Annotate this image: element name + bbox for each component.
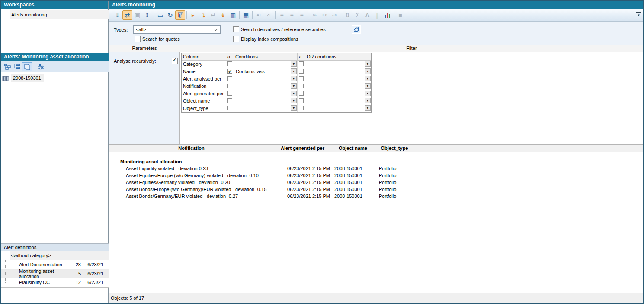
align-left-icon[interactable]: ≡ [277, 10, 287, 20]
analyse-icon[interactable]: ▥ [228, 10, 238, 20]
and-checkbox[interactable] [227, 91, 232, 96]
condition-dropdown-button[interactable]: ▼ [291, 76, 297, 81]
stop-icon[interactable]: ■ [395, 10, 405, 20]
result-notification: Asset Equities/Germany violated - deviat… [109, 179, 274, 186]
sum-icon[interactable]: Σ [352, 10, 362, 20]
results-header-object-name[interactable]: Object name [331, 145, 375, 152]
export-layout-icon[interactable]: ⇓ [112, 10, 122, 20]
checkbox-box[interactable] [135, 36, 141, 42]
results-group-header[interactable]: Monitoring asset allocation [109, 158, 643, 165]
condition-dropdown-button[interactable]: ▼ [291, 105, 297, 111]
execute-search-button[interactable] [352, 25, 361, 34]
sort-az-icon[interactable]: A↓ [254, 10, 264, 20]
condition-dropdown-button[interactable]: ▼ [291, 98, 297, 103]
align-right-icon[interactable]: ≡ [297, 10, 307, 20]
definition-count: 12 [68, 280, 81, 285]
or-dropdown-button[interactable]: ▼ [365, 76, 371, 81]
result-object-type: Portfolio [375, 179, 414, 186]
or-dropdown-button[interactable]: ▼ [365, 98, 371, 103]
alert-definition-row-selected[interactable]: Monitoring asset allocation 5 6/23/21 [1, 269, 109, 278]
toolbar-separator [186, 11, 187, 19]
and-checkbox-2[interactable] [299, 76, 304, 81]
condition-dropdown-button[interactable]: ▼ [291, 61, 297, 67]
and-checkbox-2[interactable] [299, 84, 304, 88]
results-header: Notification Alert generated per Object … [109, 145, 643, 152]
header-or-conditions[interactable]: OR conditions [305, 53, 371, 60]
and-checkbox[interactable] [227, 69, 232, 74]
main-title: Alerts monitoring [112, 2, 155, 8]
search-derivatives-checkbox[interactable]: Search derivatives / reference securitie… [233, 26, 326, 32]
condition-dropdown-button[interactable]: ▼ [291, 68, 297, 74]
fit-columns-icon[interactable]: ⇄ [122, 10, 132, 20]
and-checkbox-2[interactable] [299, 91, 304, 96]
result-generated: 06/23/2021 2:15 PM [274, 172, 331, 179]
types-select[interactable]: <all> [133, 25, 221, 34]
results-header-generated[interactable]: Alert generated per [274, 145, 331, 152]
or-dropdown-button[interactable]: ▼ [365, 68, 371, 74]
align-center-icon[interactable]: ≡ [287, 10, 297, 20]
result-row[interactable]: Asset Liquidity violated - deviation 0.2… [109, 165, 643, 172]
condition-dropdown-button[interactable]: ▼ [291, 91, 297, 96]
search-quotes-checkbox[interactable]: Search for quotes [135, 36, 180, 42]
and-checkbox[interactable] [227, 76, 232, 81]
header-conditions[interactable]: Conditions [234, 53, 298, 60]
toolbar-overflow-button[interactable]: ▾ [636, 12, 641, 18]
and-checkbox[interactable] [227, 84, 232, 88]
alert-definition-row[interactable]: Plausibility CC 12 6/23/21 [1, 278, 109, 287]
value-filter-icon[interactable]: ⇅ [343, 10, 352, 20]
result-row[interactable]: Asset Bonds/Germany/EUR violated - devia… [109, 193, 643, 200]
sort-za-icon[interactable]: Z↓ [264, 10, 274, 20]
copy-icon[interactable]: ▣ [132, 10, 142, 20]
checkbox-box[interactable] [233, 36, 239, 42]
or-dropdown-button[interactable]: ▼ [365, 83, 371, 89]
funnel-icon [177, 12, 183, 18]
result-row[interactable]: Asset Bonds/Europe (w/o Germany)/EUR vio… [109, 186, 643, 193]
or-dropdown-button[interactable]: ▼ [365, 91, 371, 96]
and-checkbox-2[interactable] [299, 69, 304, 74]
list-view-button[interactable] [12, 62, 22, 71]
header-column[interactable]: Column [182, 53, 226, 60]
record-next-icon[interactable]: ↴ [198, 10, 208, 20]
and-checkbox-2[interactable] [299, 61, 304, 66]
and-checkbox[interactable] [227, 98, 232, 103]
alert-definitions-category-row[interactable]: <without category> [1, 251, 109, 260]
record-insert-icon[interactable]: ⇟ [218, 10, 228, 20]
refresh-icon[interactable]: ↻ [165, 10, 175, 20]
and-checkbox-2[interactable] [299, 106, 304, 110]
checkbox-box[interactable] [233, 26, 239, 32]
settings-sliders-button[interactable] [36, 62, 46, 71]
decimal-add-icon[interactable]: +.0 [320, 10, 330, 20]
and-checkbox[interactable] [227, 61, 232, 66]
fit-rows-icon[interactable]: ⇕ [142, 10, 152, 20]
results-header-notification[interactable]: Notification [109, 145, 274, 152]
condition-row-alert-generated: Alert generated per ▼ ▼ [182, 90, 371, 97]
decimal-remove-icon[interactable]: -.0 [330, 10, 340, 20]
record-first-icon[interactable]: ▸ [188, 10, 198, 20]
analyse-recursively-row: Analyse recursively: [114, 58, 178, 64]
and-checkbox-2[interactable] [299, 98, 304, 103]
and-checkbox[interactable] [227, 106, 232, 110]
columns-icon[interactable]: ▦ [241, 10, 251, 20]
tree-view-button[interactable] [2, 62, 12, 71]
percent-icon[interactable]: % [310, 10, 320, 20]
results-header-object-type[interactable]: Object_type [375, 145, 414, 152]
workspace-item-alerts-monitoring[interactable]: Alerts monitoring [1, 10, 109, 19]
pages-view-button[interactable] [22, 62, 32, 71]
result-row[interactable]: Asset Equities/Europe (w/o Germany) viol… [109, 172, 643, 179]
new-window-icon[interactable]: ▭ [155, 10, 165, 20]
portfolio-tree-item[interactable]: 2008-150301 [1, 74, 109, 83]
result-row[interactable]: Asset Equities/Germany violated - deviat… [109, 179, 643, 186]
histogram-settings-icon[interactable]: ∥ [372, 10, 382, 20]
toolbar-separator [308, 11, 308, 19]
record-return-icon[interactable]: ↵ [208, 10, 218, 20]
font-icon[interactable]: A [362, 10, 372, 20]
analyse-recursively-checkbox[interactable] [172, 58, 178, 64]
chart-icon[interactable] [382, 10, 392, 20]
display-index-checkbox[interactable]: Display index compositions [233, 36, 298, 42]
header-and[interactable]: a.. [226, 53, 234, 60]
or-dropdown-button[interactable]: ▼ [365, 105, 371, 111]
or-dropdown-button[interactable]: ▼ [365, 61, 371, 67]
condition-dropdown-button[interactable]: ▼ [291, 83, 297, 89]
header-and-2[interactable]: a.. [298, 53, 305, 60]
filter-icon[interactable] [175, 10, 185, 20]
